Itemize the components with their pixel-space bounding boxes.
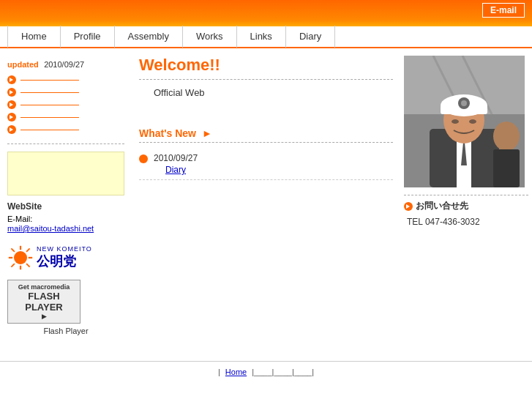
news-item: 2010/09/27 Diary [139, 149, 393, 180]
contact-icon [404, 202, 413, 211]
center-content: Welcome!! Official Web What's New ► 2010… [132, 56, 400, 339]
flash-player-label: Flash Player [7, 327, 124, 335]
nav-links[interactable]: Links [237, 26, 286, 48]
footer: | Home |____|____|____| [0, 361, 532, 382]
komei-logo: NEW KOMEITO 公明党 [7, 245, 124, 271]
contact-tel: TEL 047-436-3032 [404, 217, 528, 227]
left-sidebar: updated 2010/09/27 [0, 56, 132, 339]
link-line [20, 117, 79, 118]
top-bar: E-mail [0, 0, 532, 20]
footer-sep: | [218, 368, 220, 376]
updated-label: updated [7, 60, 39, 69]
play-icon [7, 125, 16, 134]
komei-kanji-label: 公明党 [37, 253, 92, 270]
whats-new-section: What's New ► 2010/09/27 Diary [139, 127, 393, 180]
link-line [20, 105, 79, 105]
list-item [7, 125, 124, 134]
news-date: 2010/09/27 [154, 153, 198, 163]
arrow-icon: ► [202, 127, 212, 139]
contact-title: お問い合せ先 [416, 200, 468, 212]
email-link[interactable]: mail@saitou-tadashi.net [7, 224, 94, 233]
svg-point-0 [14, 251, 27, 264]
svg-line-8 [11, 264, 15, 267]
nav-works[interactable]: Works [183, 26, 237, 48]
flash-badge[interactable]: Get macromedia FLASHPLAYER ▶ [7, 280, 80, 324]
play-icon [7, 88, 16, 97]
nav-profile[interactable]: Profile [61, 26, 115, 48]
list-item [7, 100, 124, 109]
link-line [20, 92, 79, 93]
svg-line-6 [26, 264, 30, 267]
updated-row: updated 2010/09/27 [7, 59, 124, 70]
komei-text: NEW KOMEITO 公明党 [37, 245, 92, 270]
svg-point-23 [493, 122, 520, 151]
list-item [7, 75, 124, 84]
website-label: WebSite [7, 201, 124, 212]
footer-sep2: |____|____|____| [252, 368, 314, 376]
svg-point-21 [452, 119, 459, 124]
main-wrapper: updated 2010/09/27 [0, 48, 532, 346]
nav-assembly[interactable]: Assembly [115, 26, 183, 48]
play-icon [7, 75, 16, 84]
link-line [20, 80, 79, 81]
contact-section: お問い合せ先 TEL 047-436-3032 [404, 195, 528, 227]
whats-new-header: What's New ► [139, 127, 393, 143]
email-button[interactable]: E-mail [482, 3, 525, 18]
footer-home-link[interactable]: Home [225, 368, 247, 376]
play-icon [7, 100, 16, 109]
play-icon [7, 113, 16, 122]
news-content: 2010/09/27 Diary [154, 153, 198, 175]
main-nav: Home Profile Assembly Works Links Diary [0, 26, 532, 48]
svg-rect-24 [493, 149, 520, 187]
right-sidebar: お問い合せ先 TEL 047-436-3032 [400, 56, 532, 339]
news-bullet-icon [139, 154, 148, 163]
whats-new-title: What's New [139, 127, 196, 139]
email-label: E-Mail: [7, 215, 124, 223]
official-web-text: Official Web [139, 87, 393, 98]
sidebar-links [7, 75, 124, 144]
komei-sun-icon [7, 245, 34, 271]
komei-new-label: NEW KOMEITO [37, 245, 92, 253]
svg-line-7 [26, 248, 30, 252]
svg-point-20 [461, 100, 467, 106]
list-item [7, 88, 124, 97]
link-line [20, 130, 79, 130]
person-photo [404, 56, 525, 187]
welcome-title: Welcome!! [139, 56, 393, 80]
news-link[interactable]: Diary [154, 165, 198, 175]
updated-date: 2010/09/27 [44, 60, 84, 69]
svg-line-5 [11, 248, 15, 252]
svg-point-22 [469, 119, 476, 124]
nav-diary[interactable]: Diary [286, 26, 335, 48]
list-item [7, 113, 124, 122]
contact-header: お問い合せ先 [404, 200, 528, 212]
nav-home[interactable]: Home [7, 26, 61, 48]
yellow-box [7, 152, 124, 195]
